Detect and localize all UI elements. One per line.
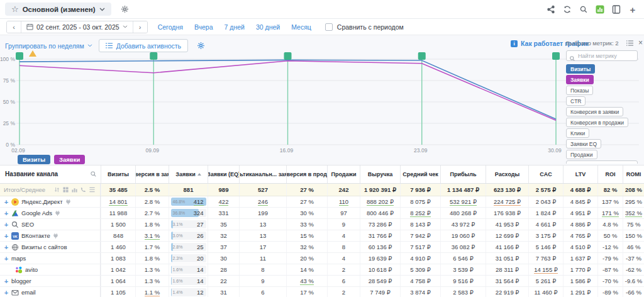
- column-header-14[interactable]: ROI: [597, 165, 623, 183]
- add-icon[interactable]: +: [626, 3, 639, 16]
- table-row-avito[interactable]: avito1 0421.3 %1.6%1428814 %210 618 ₽5 3…: [0, 264, 644, 276]
- channel-name-cell[interactable]: +Google Ads: [0, 208, 101, 218]
- expand-row-button[interactable]: +: [4, 289, 9, 296]
- date-range-picker[interactable]: 02 сент. 2025 - 03 окт. 2025: [21, 21, 133, 33]
- legend-badge-Визиты[interactable]: Визиты: [18, 155, 50, 164]
- week-marker[interactable]: [418, 52, 426, 60]
- column-header-8[interactable]: Выручка: [360, 165, 400, 183]
- data-cell: 2: [327, 264, 360, 275]
- column-header-15[interactable]: ROMI: [623, 165, 644, 183]
- table-row-SEO[interactable]: +SEO1 5001.8 %3.1%27351333 %973 286 ₽8 1…: [0, 219, 644, 230]
- close-icon[interactable]: ×: [638, 39, 643, 47]
- column-header-7[interactable]: Продажи: [327, 165, 360, 183]
- table-row-Яндекс-Директ[interactable]: +Яндекс.Директ14 8012.8 %46.8%4124222462…: [0, 196, 644, 208]
- week-marker[interactable]: [552, 52, 560, 60]
- requests-bar-value: 14: [197, 266, 204, 273]
- metric-chip[interactable]: Конверсия в продажи: [566, 118, 628, 127]
- metric-chip[interactable]: Клики: [566, 128, 589, 138]
- share-icon[interactable]: [545, 3, 557, 16]
- data-cell: 2.7 %: [135, 208, 169, 218]
- topbar-actions: +: [545, 3, 639, 16]
- phone-icon[interactable]: [80, 187, 86, 193]
- metric-chip[interactable]: CTR: [566, 96, 586, 106]
- metrics-icon[interactable]: [594, 3, 606, 16]
- data-cell: 28: [208, 264, 239, 275]
- requests-bar-fill: [171, 288, 172, 296]
- column-header-5[interactable]: Мультиканальн... заявки: [239, 165, 286, 183]
- column-header-3[interactable]: Заявки: [169, 165, 208, 183]
- dashboard-name: Основной (изменен): [23, 6, 96, 13]
- table-row-blogger[interactable]: +blogger1 0641.3 %1.6%1422943 %628 549 ₽…: [0, 276, 644, 287]
- preset-Сегодня[interactable]: Сегодня: [158, 23, 183, 31]
- metric-chip-selected[interactable]: Визиты: [566, 64, 595, 74]
- journal-icon[interactable]: [610, 3, 623, 16]
- preset-7-дней[interactable]: 7 дней: [225, 23, 245, 31]
- table-row-ВКонтакте[interactable]: +VKВКонтакте8483.1 %3.0%26321315 %431 76…: [0, 230, 644, 242]
- preset-Месяц[interactable]: Месяц: [291, 23, 311, 31]
- next-period-button[interactable]: ›: [133, 21, 147, 33]
- expand-row-button[interactable]: +: [4, 255, 9, 262]
- table-row-maps[interactable]: +maps1 0831.8 %2.3%20301120 %419 639 ₽4 …: [0, 253, 644, 264]
- preset-30-дней[interactable]: 30 дней: [256, 23, 280, 31]
- column-header-1[interactable]: Визиты: [101, 165, 135, 183]
- channel-name-cell[interactable]: +email: [0, 287, 101, 297]
- data-cell: -87 %: [597, 264, 623, 275]
- metric-chip[interactable]: Конверсия в заявки: [566, 107, 623, 116]
- expand-row-button[interactable]: +: [4, 210, 9, 217]
- channel-name-cell[interactable]: avito: [0, 264, 101, 275]
- metric-chip-selected[interactable]: Заявки: [566, 75, 594, 84]
- column-header-label: Расходы: [495, 171, 519, 177]
- week-marker[interactable]: [16, 52, 23, 60]
- metric-chip[interactable]: Мультиканальные заявки: [566, 160, 638, 164]
- star-icon[interactable]: ☆: [11, 5, 19, 13]
- metric-chip[interactable]: Продажи: [566, 150, 597, 159]
- table-row-Google-Ads[interactable]: +Google Ads11 9882.7 %36.8%32433119930 %…: [0, 208, 644, 219]
- expand-row-button[interactable]: +: [4, 232, 9, 240]
- sort-icon[interactable]: [54, 187, 60, 193]
- compare-period-toggle[interactable]: Сравнить с периодом: [325, 23, 404, 31]
- column-header-4[interactable]: Заявки (EQ): [208, 165, 239, 183]
- list-view-icon[interactable]: [626, 40, 633, 46]
- channel-name-cell[interactable]: +Яндекс.Директ: [0, 196, 101, 207]
- column-header-6[interactable]: Конверсия в продажи: [286, 165, 327, 183]
- table-row-Визиты-с-сайтов[interactable]: +Визиты с сайтов1 4601.7 %2.8%25371732 %…: [0, 242, 644, 253]
- column-header-13[interactable]: LTV: [563, 165, 597, 183]
- cell-value: 30 %: [300, 210, 314, 216]
- data-cell: 50 %: [597, 230, 623, 241]
- metric-search-input[interactable]: [578, 53, 635, 59]
- prev-period-button[interactable]: ‹: [7, 21, 21, 33]
- column-header-2[interactable]: Конверсия в заявки: [135, 165, 169, 183]
- preset-Вчера[interactable]: Вчера: [194, 23, 213, 31]
- column-header-9[interactable]: Средний чек: [400, 165, 440, 183]
- legend-badge-Заявки[interactable]: Заявки: [54, 155, 85, 164]
- data-cell: 32: [208, 230, 239, 241]
- channel-name-cell[interactable]: +Визиты с сайтов: [0, 242, 101, 252]
- chart-icon[interactable]: [72, 187, 77, 193]
- menu-icon[interactable]: [89, 187, 95, 193]
- cell-value: 27 %: [300, 198, 314, 205]
- column-header-10[interactable]: Прибыль: [440, 165, 486, 183]
- column-header-12[interactable]: CAC: [528, 165, 563, 183]
- expand-row-button[interactable]: +: [4, 198, 9, 206]
- expand-row-button[interactable]: +: [4, 277, 9, 285]
- channel-name-cell[interactable]: +blogger: [0, 276, 101, 286]
- dashboard-selector[interactable]: ☆ Основной (изменен): [5, 3, 111, 16]
- grid-icon[interactable]: [63, 187, 69, 193]
- column-header-11[interactable]: Расходы: [486, 165, 528, 183]
- dashboard-settings-gear-icon[interactable]: [119, 3, 131, 16]
- expand-row-button[interactable]: +: [4, 221, 9, 228]
- expand-row-button[interactable]: +: [4, 244, 9, 251]
- metric-chip[interactable]: Заявки EQ: [566, 139, 601, 148]
- week-marker[interactable]: [150, 52, 157, 60]
- search-icon[interactable]: [577, 3, 590, 16]
- compare-checkbox[interactable]: [325, 23, 333, 31]
- column-header-0[interactable]: Название канала: [0, 165, 101, 183]
- metric-chip[interactable]: Показы: [566, 86, 593, 95]
- channel-name-cell[interactable]: +maps: [0, 253, 101, 264]
- week-marker[interactable]: [284, 52, 292, 60]
- sync-icon[interactable]: [561, 3, 574, 16]
- cell-value: 75 %: [627, 221, 641, 228]
- channel-name-cell[interactable]: +SEO: [0, 219, 101, 230]
- channel-name-cell[interactable]: +VKВКонтакте: [0, 230, 101, 241]
- table-row-email[interactable]: +email1 1051.1 %1.4%1231617 %27 749 ₽3 8…: [0, 287, 644, 297]
